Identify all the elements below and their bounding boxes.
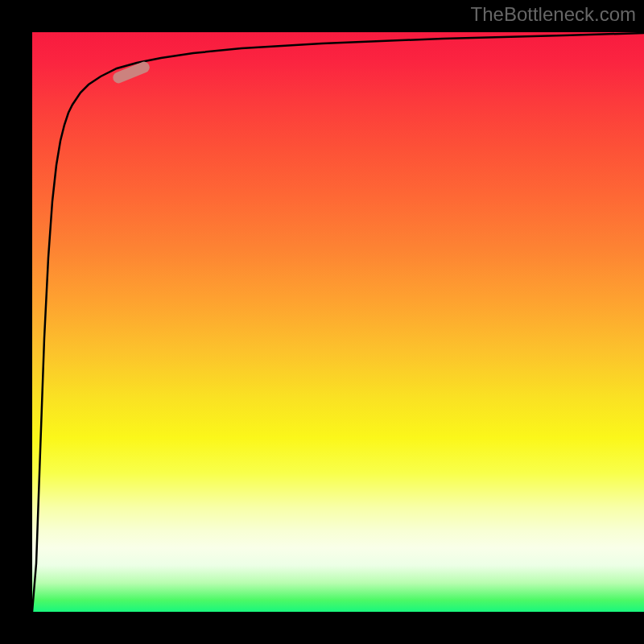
watermark-text: TheBottleneck.com bbox=[471, 3, 636, 26]
chart-container: TheBottleneck.com bbox=[0, 0, 644, 644]
chart-overlay bbox=[0, 0, 644, 644]
bottleneck-curve bbox=[32, 33, 644, 612]
